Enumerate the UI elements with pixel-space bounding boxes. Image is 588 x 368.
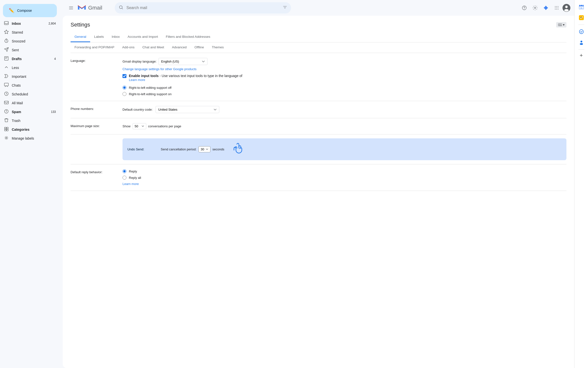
sidebar-item-categories[interactable]: Categories (0, 125, 59, 134)
svg-point-14 (119, 6, 122, 9)
learn-more-reply-link[interactable]: Learn more (122, 182, 566, 186)
svg-point-26 (558, 9, 559, 10)
contact-icon[interactable] (576, 38, 586, 47)
page-size-label: Maximum page size: (71, 123, 115, 128)
svg-rect-8 (5, 127, 6, 129)
svg-rect-5 (4, 101, 9, 104)
cancellation-period-label: Send cancellation period: (161, 147, 196, 151)
important-icon (4, 74, 9, 80)
sidebar-item-manage-labels[interactable]: Manage labels (0, 134, 59, 143)
sidebar-item-sent[interactable]: Sent (0, 46, 59, 54)
tab-general[interactable]: General (71, 32, 90, 42)
manage-labels-label: Manage labels (12, 136, 56, 140)
rtl-off-radio-row[interactable]: Right-to-left editing support off (122, 86, 566, 90)
svg-rect-35 (560, 25, 561, 26)
snoozed-icon (4, 38, 9, 44)
change-language-link[interactable]: Change language settings for other Googl… (122, 67, 196, 71)
sidebar-item-less[interactable]: Less (0, 63, 59, 72)
hamburger-menu[interactable] (67, 3, 75, 12)
tab-accounts[interactable]: Accounts and Import (124, 32, 162, 42)
tab-advanced[interactable]: Advanced (168, 42, 191, 53)
tab-themes[interactable]: Themes (208, 42, 228, 53)
reply-content: Reply Reply all Learn more (122, 169, 566, 186)
svg-rect-33 (560, 24, 561, 25)
phone-content: Default country code: United States Unit… (122, 106, 566, 113)
svg-point-12 (6, 137, 7, 138)
tab-inbox[interactable]: Inbox (108, 32, 124, 42)
sidebar-item-drafts[interactable]: Drafts 4 (0, 54, 59, 63)
sidebar-item-scheduled[interactable]: Scheduled (0, 90, 59, 99)
calendar-icon[interactable]: 31 (576, 2, 586, 12)
language-select[interactable]: English (US) English (UK) Spanish French (159, 58, 208, 65)
svg-rect-36 (561, 25, 561, 26)
reply-all-radio-row[interactable]: Reply all (122, 176, 566, 180)
reply-all-label-text: Reply all (129, 176, 141, 180)
svg-point-16 (524, 9, 525, 9)
tab-addons[interactable]: Add-ons (118, 42, 138, 53)
learn-more-tools-link[interactable]: Learn more (129, 78, 145, 82)
tasks-icon[interactable] (576, 13, 586, 23)
svg-rect-34 (559, 25, 559, 26)
sidebar-item-spam[interactable]: Spam 133 (0, 107, 59, 116)
add-app-button[interactable]: + (577, 52, 585, 59)
apps-button[interactable] (552, 3, 562, 13)
sidebar-item-all-mail[interactable]: All Mail (0, 99, 59, 107)
svg-point-45 (580, 43, 583, 45)
svg-rect-9 (7, 127, 8, 129)
undo-send-label: Undo Send: (127, 147, 157, 151)
compose-label: Compose (17, 9, 32, 13)
tab-forwarding[interactable]: Forwarding and POP/IMAP (71, 42, 118, 53)
enable-tools-checkbox[interactable] (122, 74, 126, 78)
compose-icon: ✏️ (9, 8, 14, 13)
gemini-button[interactable] (541, 3, 551, 13)
svg-point-44 (580, 41, 582, 42)
logo-area: Gmail (67, 3, 111, 12)
sidebar-item-trash[interactable]: Trash (0, 116, 59, 125)
avatar[interactable] (563, 4, 570, 12)
search-filter-icon[interactable] (283, 5, 287, 11)
keyboard-shortcut-button[interactable]: ▾ (556, 22, 566, 27)
conversations-per-page-label: conversations per page (148, 124, 181, 128)
gmail-text: Gmail (88, 5, 102, 11)
page-size-select[interactable]: 10 15 20 25 50 100 (133, 123, 146, 129)
content-area: Settings ▾ General Labels Inbox Accounts… (63, 16, 574, 368)
rtl-off-radio[interactable] (122, 86, 126, 90)
sidebar-item-important[interactable]: Important (0, 72, 59, 81)
hand-pointer-icon (232, 142, 244, 156)
drafts-label: Drafts (12, 57, 51, 61)
undo-send-content: Send cancellation period: 5 10 20 30 sec… (161, 146, 224, 152)
country-code-select[interactable]: United States United Kingdom Canada (156, 106, 219, 113)
search-input[interactable] (126, 6, 280, 10)
check-circle-icon[interactable] (576, 27, 586, 37)
compose-button[interactable]: ✏️ Compose (3, 4, 57, 17)
settings-tabs: General Labels Inbox Accounts and Import… (71, 32, 566, 42)
sidebar-item-snoozed[interactable]: Snoozed (0, 37, 59, 46)
categories-icon (4, 127, 9, 133)
tab-labels[interactable]: Labels (90, 32, 108, 42)
settings-button[interactable] (530, 3, 540, 13)
tab-filters[interactable]: Filters and Blocked Addresses (162, 32, 214, 42)
tab-chat[interactable]: Chat and Meet (138, 42, 168, 53)
right-panel-divider (578, 25, 584, 25)
sidebar-item-inbox[interactable]: Inbox 2,804 (0, 19, 59, 28)
reply-all-radio[interactable] (122, 176, 126, 180)
sidebar-item-chats[interactable]: Chats (0, 81, 59, 90)
rtl-on-radio[interactable] (122, 92, 126, 96)
reply-radio[interactable] (122, 169, 126, 173)
rtl-on-radio-row[interactable]: Right-to-left editing support on (122, 92, 566, 96)
reply-radio-row[interactable]: Reply (122, 169, 566, 173)
search-bar[interactable] (115, 2, 291, 13)
page-size-content: Show 10 15 20 25 50 100 conversations pe… (122, 123, 566, 129)
show-label: Show (122, 124, 131, 128)
scheduled-label: Scheduled (12, 92, 56, 96)
sidebar-item-starred[interactable]: Starred (0, 28, 59, 37)
help-button[interactable] (519, 3, 529, 13)
tab-offline[interactable]: Offline (191, 42, 208, 53)
header-actions (519, 3, 570, 13)
page-size-section: Maximum page size: Show 10 15 20 25 50 1 (71, 118, 566, 134)
cancellation-period-select[interactable]: 5 10 20 30 (198, 146, 210, 152)
svg-point-29 (564, 9, 569, 12)
important-label: Important (12, 75, 56, 79)
inbox-count: 2,804 (49, 22, 56, 25)
svg-rect-11 (7, 129, 8, 131)
